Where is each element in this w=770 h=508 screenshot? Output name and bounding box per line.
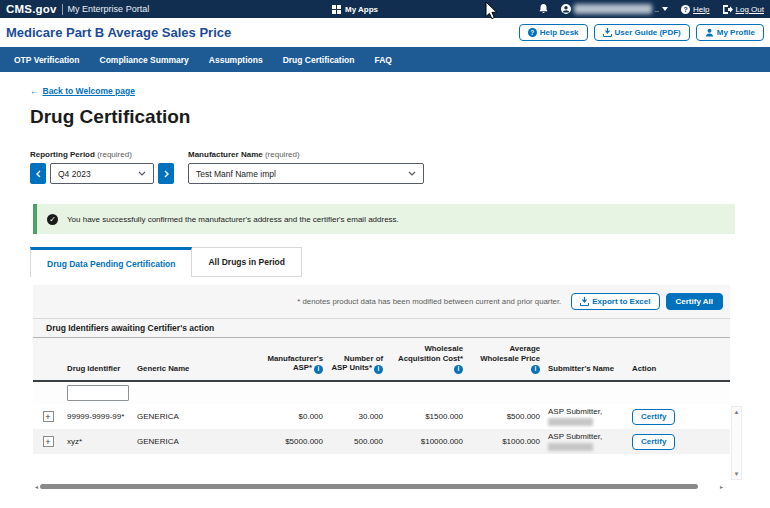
cell-wholesale-acquisition-cost: $10000.000	[387, 429, 467, 454]
certify-button[interactable]: Certify	[632, 434, 675, 450]
scroll-right-icon[interactable]: ▸	[720, 484, 723, 490]
help-label: Help	[693, 5, 709, 14]
manufacturer-name-required-note: (required)	[265, 150, 300, 159]
my-apps-label: My Apps	[345, 5, 378, 14]
submitter-name-line: ASP Submitter,	[548, 407, 624, 416]
tab-drug-data-pending-certification[interactable]: Drug Data Pending Certification	[30, 247, 192, 277]
help-desk-button[interactable]: ? Help Desk	[519, 24, 588, 41]
cell-manufacturers-asp: $5000.000	[251, 429, 327, 454]
help-link[interactable]: ? Help	[681, 5, 709, 14]
expand-row-button[interactable]: +	[43, 436, 54, 447]
col-wholesale-acquisition-cost: Wholesale Acquisition Cost*i	[387, 338, 467, 381]
app-header-buttons: ? Help Desk User Guide (PDF) My Profile	[519, 24, 764, 41]
col-average-wholesale-price: Average Wholesale Pricei	[467, 338, 544, 381]
user-avatar-icon	[561, 4, 571, 14]
reporting-period-required-note: (required)	[97, 150, 132, 159]
manufacturer-name-select[interactable]: Test Manf Name impl	[188, 163, 424, 184]
table-header-row: Drug Identifier Generic Name Manufacture…	[33, 338, 730, 381]
table-toolbar: * denotes product data has been modified…	[33, 285, 730, 316]
log-out-link[interactable]: Log Out	[723, 5, 764, 14]
notifications-button[interactable]	[539, 4, 548, 14]
nav-item-assumptions[interactable]: Assumptions	[209, 55, 263, 65]
log-out-icon	[723, 5, 733, 14]
manufacturer-name-label-text: Manufacturer Name	[188, 150, 263, 159]
success-alert-message: You have successfully confirmed the manu…	[67, 215, 399, 224]
nav-item-drug-certification[interactable]: Drug Certification	[283, 55, 355, 65]
check-circle-icon: ✓	[47, 214, 58, 225]
export-to-excel-button[interactable]: Export to Excel	[571, 293, 659, 310]
reporting-period-select[interactable]: Q4 2023	[50, 163, 154, 184]
primary-nav: OTP Verification Compliance Summary Assu…	[0, 47, 770, 72]
col-generic-name: Generic Name	[133, 338, 251, 381]
next-quarter-button[interactable]	[158, 163, 174, 184]
cms-logo[interactable]: CMS.gov	[6, 3, 57, 15]
table-title: Drug Identifiers awaiting Certifier's ac…	[33, 318, 730, 338]
nav-item-faq[interactable]: FAQ	[374, 55, 391, 65]
bell-icon	[539, 4, 548, 14]
cell-generic-name: GENERICA	[133, 429, 251, 454]
my-apps-button[interactable]: My Apps	[332, 0, 378, 18]
topbar-right-cluster: .. ? Help Log Out	[539, 4, 764, 14]
scroll-up-icon[interactable]: ▲	[734, 409, 740, 415]
nav-item-otp-verification[interactable]: OTP Verification	[14, 55, 80, 65]
scroll-left-icon[interactable]: ◂	[35, 484, 38, 490]
user-name-dots: ..	[655, 5, 659, 14]
user-menu[interactable]: ..	[561, 4, 668, 14]
col-manufacturers-asp: Manufacturer's ASP*i	[251, 338, 327, 381]
chevron-right-icon	[164, 170, 169, 178]
app-title: Medicare Part B Average Sales Price	[6, 25, 519, 40]
cell-asp-units: 500.000	[327, 429, 387, 454]
manufacturer-name-group: Manufacturer Name (required) Test Manf N…	[188, 150, 424, 184]
success-alert: ✓ You have successfully confirmed the ma…	[33, 204, 735, 234]
certify-button[interactable]: Certify	[632, 409, 675, 425]
cell-drug-identifier: 99999-9999-99*	[63, 404, 133, 429]
drug-identifiers-table: Drug Identifier Generic Name Manufacture…	[33, 338, 730, 454]
scroll-down-icon[interactable]: ▼	[734, 471, 740, 477]
cell-asp-units: 30.000	[327, 404, 387, 429]
asterisk-note: * denotes product data has been modified…	[297, 297, 561, 306]
user-guide-label: User Guide (PDF)	[615, 28, 681, 37]
col-number-of-asp-units: Number of ASP Units*i	[327, 338, 387, 381]
cell-submitter: ASP Submitter,	[544, 404, 628, 429]
portal-name: My Enterprise Portal	[68, 4, 150, 14]
previous-quarter-button[interactable]	[30, 163, 46, 184]
cell-wholesale-acquisition-cost: $1500.000	[387, 404, 467, 429]
cell-drug-identifier: xyz*	[63, 429, 133, 454]
tab-all-drugs-in-period[interactable]: All Drugs in Period	[192, 247, 302, 277]
download-icon	[580, 297, 589, 306]
table-empty-area: ◂ ▸	[33, 454, 730, 497]
column-filter-row	[33, 381, 730, 404]
submitter-name-redacted	[548, 418, 593, 426]
app-header: Medicare Part B Average Sales Price ? He…	[0, 18, 770, 47]
chevron-down-icon	[138, 171, 146, 176]
cell-submitter: ASP Submitter,	[544, 429, 628, 454]
my-profile-label: My Profile	[717, 28, 755, 37]
certification-panel: * denotes product data has been modified…	[33, 285, 730, 497]
user-guide-button[interactable]: User Guide (PDF)	[594, 24, 690, 41]
horizontal-scroll-thumb[interactable]	[40, 484, 698, 489]
submitter-name-line: ASP Submitter,	[548, 432, 624, 441]
info-icon[interactable]: i	[314, 365, 323, 374]
chevron-down-icon	[408, 171, 416, 176]
manufacturer-name-value: Test Manf Name impl	[196, 169, 276, 179]
vertical-scrollbar[interactable]: ▲ ▼	[731, 406, 742, 480]
info-icon[interactable]: i	[531, 365, 540, 374]
info-icon[interactable]: i	[454, 365, 463, 374]
nav-item-compliance-summary[interactable]: Compliance Summary	[100, 55, 189, 65]
cell-generic-name: GENERICA	[133, 404, 251, 429]
apps-grid-icon	[332, 5, 341, 14]
table-row: + xyz* GENERICA $5000.000 500.000 $10000…	[33, 429, 730, 454]
horizontal-scrollbar[interactable]: ◂ ▸	[35, 482, 723, 491]
certify-all-button[interactable]: Certify All	[666, 293, 724, 310]
back-to-welcome-link[interactable]: ← Back to Welcome page	[30, 86, 135, 96]
submitter-name-redacted	[548, 443, 593, 451]
back-link-label: Back to Welcome page	[43, 86, 135, 96]
drug-identifier-filter-input[interactable]	[67, 385, 129, 401]
log-out-label: Log Out	[736, 5, 764, 14]
brand-divider	[62, 4, 63, 15]
info-icon[interactable]: i	[374, 365, 383, 374]
question-circle-icon: ?	[681, 5, 690, 14]
table-row: + 99999-9999-99* GENERICA $0.000 30.000 …	[33, 404, 730, 429]
my-profile-button[interactable]: My Profile	[696, 24, 764, 41]
expand-row-button[interactable]: +	[43, 411, 54, 422]
